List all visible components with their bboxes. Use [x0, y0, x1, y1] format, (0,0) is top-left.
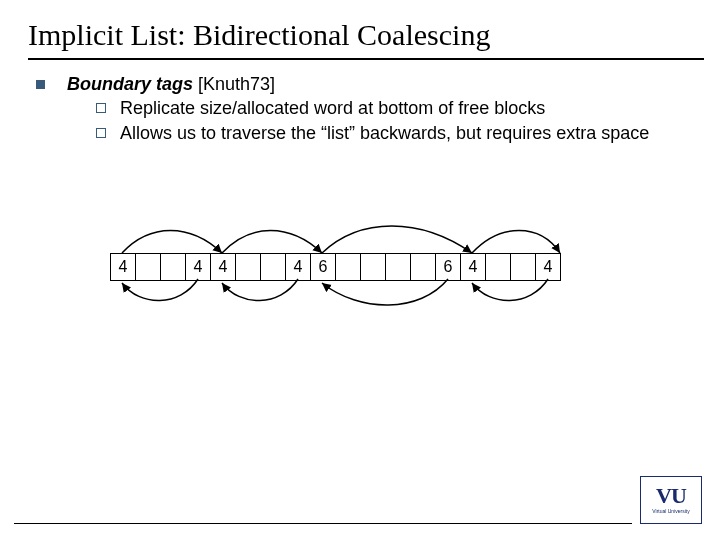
sub-bullet-row: Replicate size/allocated word at bottom …	[96, 97, 696, 120]
memory-block-row: 4 4 4 4 6 6 4 4	[110, 253, 561, 281]
open-square-bullet-icon	[96, 103, 106, 113]
block-cell: 4	[186, 254, 211, 280]
block-cell: 4	[111, 254, 136, 280]
block-cell: 4	[461, 254, 486, 280]
sub-bullet-row: Allows us to traverse the “list” backwar…	[96, 122, 696, 145]
sub-bullet-text: Allows us to traverse the “list” backwar…	[120, 122, 649, 145]
block-cell	[336, 254, 361, 280]
sub-bullet-list: Replicate size/allocated word at bottom …	[96, 97, 696, 144]
content-area: Boundary tags [Knuth73] Replicate size/a…	[0, 60, 720, 144]
square-bullet-icon	[36, 80, 45, 89]
block-cell	[486, 254, 511, 280]
vu-logo: VU Virtual University	[640, 476, 702, 524]
open-square-bullet-icon	[96, 128, 106, 138]
block-cell: 4	[286, 254, 311, 280]
citation-text: [Knuth73]	[193, 74, 275, 94]
block-cell	[136, 254, 161, 280]
block-cell	[361, 254, 386, 280]
sub-bullet-text: Replicate size/allocated word at bottom …	[120, 97, 545, 120]
block-cell: 4	[211, 254, 236, 280]
block-cell: 6	[436, 254, 461, 280]
block-cell: 4	[536, 254, 561, 280]
block-cell	[411, 254, 436, 280]
main-bullet-text: Boundary tags [Knuth73]	[67, 74, 275, 95]
block-cell	[236, 254, 261, 280]
boundary-tags-label: Boundary tags	[67, 74, 193, 94]
footer-line	[14, 523, 632, 524]
block-cell	[511, 254, 536, 280]
block-cell	[261, 254, 286, 280]
block-cell: 6	[311, 254, 336, 280]
logo-subtext: Virtual University	[652, 508, 689, 514]
logo-text: VU	[656, 486, 686, 506]
block-cell	[161, 254, 186, 280]
bullet-row: Boundary tags [Knuth73]	[36, 74, 696, 95]
block-diagram: 4 4 4 4 6 6 4 4	[110, 215, 630, 315]
slide-title: Implicit List: Bidirectional Coalescing	[0, 0, 720, 58]
block-cell	[386, 254, 411, 280]
